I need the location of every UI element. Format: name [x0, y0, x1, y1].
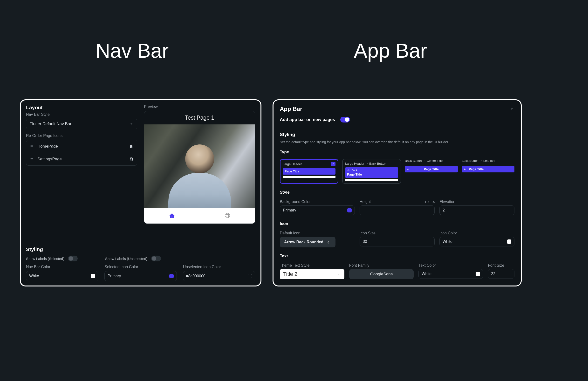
appbar-type-back-left-title[interactable]: Back Button → Left Title Page Title	[462, 159, 514, 184]
styling-heading: Styling	[26, 246, 255, 252]
add-on-new-pages-toggle[interactable]	[340, 117, 350, 123]
icon-color-value: White	[442, 239, 452, 244]
icon-color-label: Icon Color	[440, 231, 514, 235]
font-family-button[interactable]: GoogleSans	[349, 269, 414, 279]
type-label: Type	[280, 150, 514, 155]
height-input[interactable]	[360, 206, 435, 215]
section-heading-navbar: Nav Bar	[96, 39, 168, 63]
text-color-value: White	[421, 272, 431, 276]
selected-icon-color-input[interactable]: Primary	[105, 271, 177, 281]
unit-percent[interactable]: %	[432, 200, 435, 204]
arrow-left-icon	[327, 240, 331, 244]
home-icon	[129, 144, 134, 149]
appbar-type-large-header-back[interactable]: Large Header → Back Button Back Page Tit…	[342, 159, 401, 184]
gear-icon	[129, 157, 134, 162]
page-reorder-item[interactable]: HomePage	[26, 140, 137, 153]
bg-color-input[interactable]: Primary	[280, 206, 355, 215]
default-icon-button[interactable]: Arrow Back Rounded	[280, 237, 336, 247]
appbar-type-options: Large Header Page Title Large Header → B…	[280, 159, 514, 184]
default-icon-label: Default Icon	[280, 231, 355, 235]
preview-page-title: Page Title	[347, 173, 396, 176]
chevron-down-icon[interactable]	[509, 106, 514, 112]
font-size-input[interactable]: 22	[488, 269, 514, 279]
page-name: HomePage	[37, 144, 58, 149]
type-option-label: Large Header → Back Button	[345, 162, 386, 166]
page-reorder-item[interactable]: SettingsPage	[26, 153, 137, 166]
show-labels-unselected-toggle[interactable]	[151, 256, 161, 261]
color-swatch	[169, 274, 174, 278]
page-reorder-list: HomePage SettingsPage	[26, 140, 137, 166]
type-option-label: Back Button → Center Title	[405, 159, 443, 163]
styling-heading: Styling	[280, 132, 514, 137]
font-family-label: Font Family	[349, 263, 414, 268]
home-icon[interactable]	[168, 212, 175, 219]
back-text: Back	[351, 169, 357, 172]
layout-heading: Layout	[26, 105, 137, 110]
bg-color-label: Background Color	[280, 200, 355, 204]
elevation-input[interactable]: 2	[440, 206, 514, 215]
font-size-value: 22	[491, 272, 495, 276]
preview-label: Preview	[144, 105, 255, 109]
color-swatch	[91, 274, 95, 278]
font-family-value: GoogleSans	[370, 272, 393, 276]
color-swatch	[248, 274, 252, 278]
appbar-type-large-header[interactable]: Large Header Page Title	[280, 159, 338, 184]
type-option-label: Large Header	[283, 162, 302, 166]
drag-handle-icon[interactable]	[30, 145, 34, 148]
unselected-icon-color-value: #8a000000	[186, 274, 206, 278]
preview-page-title: Page Title	[424, 167, 439, 171]
navbar-style-value: Flutter Default Nav Bar	[30, 122, 71, 126]
gear-icon[interactable]	[224, 212, 231, 219]
arrow-left-icon	[347, 169, 350, 172]
icon-size-label: Icon Size	[360, 231, 435, 235]
preview-page-title: Page Title	[469, 167, 483, 171]
arrow-left-icon	[463, 168, 466, 171]
elevation-value: 2	[442, 208, 445, 212]
show-labels-selected-toggle[interactable]	[68, 256, 78, 261]
unit-px[interactable]: PX	[425, 200, 429, 204]
appbar-type-back-center-title[interactable]: Back Button → Center Title Page Title	[405, 159, 458, 184]
appbar-config-panel: App Bar Add app bar on new pages Styling…	[273, 99, 522, 286]
navbar-style-label: Nav Bar Style	[26, 112, 137, 117]
theme-text-style-value: Title 2	[283, 271, 297, 277]
color-swatch	[507, 239, 511, 244]
type-option-label: Back Button → Left Title	[462, 159, 495, 163]
bg-color-value: Primary	[283, 208, 296, 212]
section-heading-appbar: App Bar	[354, 39, 427, 63]
preview-bottom-navbar	[144, 208, 255, 224]
drag-handle-icon[interactable]	[30, 157, 34, 161]
selected-icon-color-label: Selected Icon Color	[105, 265, 177, 269]
preview-page-title: Page Title	[285, 169, 334, 173]
navbar-color-input[interactable]: White	[26, 271, 98, 281]
default-icon-value: Arrow Back Rounded	[284, 240, 323, 244]
style-section-label: Style	[280, 190, 514, 195]
elevation-label: Elevation	[440, 200, 514, 204]
font-size-label: Font Size	[488, 263, 514, 268]
preview-hero-image	[144, 125, 255, 208]
show-labels-unselected-label: Show Labels (Unselected)	[105, 256, 147, 261]
text-color-input[interactable]: White	[419, 269, 483, 279]
theme-text-style-select[interactable]: Title 2	[280, 269, 344, 279]
theme-text-style-label: Theme Text Style	[280, 263, 344, 268]
navbar-style-select[interactable]: Flutter Default Nav Bar	[26, 119, 137, 129]
appbar-heading: App Bar	[280, 106, 302, 112]
selected-icon-color-value: Primary	[107, 274, 121, 278]
height-label: Height	[360, 200, 371, 204]
text-section-label: Text	[280, 254, 514, 258]
page-name: SettingsPage	[37, 157, 62, 162]
icon-color-input[interactable]: White	[440, 237, 514, 246]
navbar-config-panel: Layout Nav Bar Style Flutter Default Nav…	[20, 99, 261, 286]
show-labels-selected-label: Show Labels (Selected)	[26, 256, 64, 261]
color-swatch	[476, 272, 480, 276]
icon-size-input[interactable]: 30	[360, 237, 435, 246]
divider	[21, 242, 260, 242]
preview-page-title: Test Page 1	[144, 111, 255, 125]
icon-section-label: Icon	[280, 221, 514, 226]
color-swatch	[347, 208, 352, 212]
text-color-label: Text Color	[419, 263, 483, 268]
selected-check-icon	[331, 162, 336, 166]
unselected-icon-color-input[interactable]: #8a000000	[183, 271, 255, 281]
unselected-icon-color-label: Unselected Icon Color	[183, 265, 255, 269]
arrow-left-icon	[407, 168, 410, 171]
navbar-color-value: White	[29, 274, 39, 278]
